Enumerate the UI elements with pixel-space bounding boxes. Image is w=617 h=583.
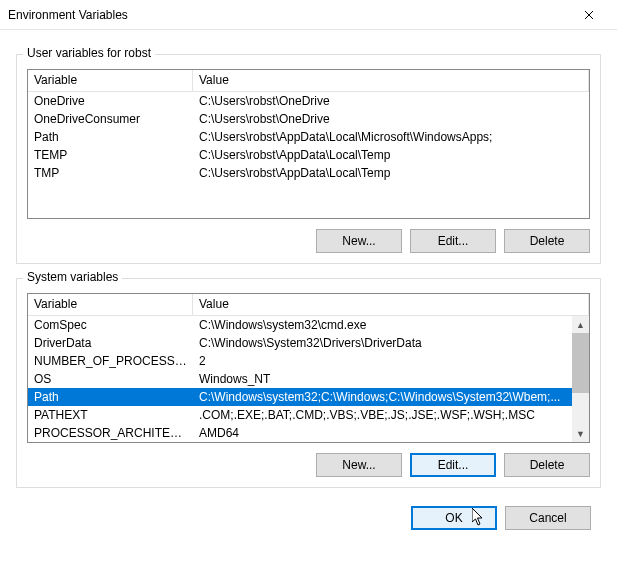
variable-value: .COM;.EXE;.BAT;.CMD;.VBS;.VBE;.JS;.JSE;.… [193,406,589,424]
variable-value: 2 [193,352,589,370]
variable-value: C:\Users\robst\OneDrive [193,92,589,110]
table-row[interactable]: TEMPC:\Users\robst\AppData\Local\Temp [28,146,589,164]
variable-name: OS [28,370,193,388]
variable-name: DriverData [28,334,193,352]
variable-value: C:\Users\robst\AppData\Local\Temp [193,164,589,182]
variable-value: C:\Windows\system32\cmd.exe [193,316,589,334]
scroll-up-icon[interactable]: ▲ [572,316,589,333]
scrollbar[interactable]: ▲ ▼ [572,316,589,442]
system-delete-button[interactable]: Delete [504,453,590,477]
variable-name: NUMBER_OF_PROCESSORS [28,352,193,370]
close-icon[interactable] [569,1,609,29]
system-edit-button[interactable]: Edit... [410,453,496,477]
variable-value: C:\Users\robst\AppData\Local\Microsoft\W… [193,128,589,146]
header-variable[interactable]: Variable [28,294,193,315]
variable-value: AMD64 [193,424,589,442]
titlebar: Environment Variables [0,0,617,30]
scroll-thumb[interactable] [572,333,589,393]
header-value[interactable]: Value [193,70,589,91]
table-row[interactable]: OneDriveConsumerC:\Users\robst\OneDrive [28,110,589,128]
variable-name: ComSpec [28,316,193,334]
window-title: Environment Variables [8,8,569,22]
list-header: Variable Value [28,294,589,316]
table-row[interactable]: PathC:\Users\robst\AppData\Local\Microso… [28,128,589,146]
variable-name: TEMP [28,146,193,164]
system-variables-label: System variables [23,270,122,284]
user-new-button[interactable]: New... [316,229,402,253]
table-row[interactable]: OSWindows_NT [28,370,589,388]
variable-name: Path [28,128,193,146]
table-row[interactable]: PathC:\Windows\system32;C:\Windows;C:\Wi… [28,388,589,406]
header-value[interactable]: Value [193,294,589,315]
variable-name: PROCESSOR_ARCHITECTURE [28,424,193,442]
variable-value: C:\Windows\System32\Drivers\DriverData [193,334,589,352]
user-delete-button[interactable]: Delete [504,229,590,253]
table-row[interactable]: TMPC:\Users\robst\AppData\Local\Temp [28,164,589,182]
system-variables-list[interactable]: Variable Value ComSpecC:\Windows\system3… [27,293,590,443]
table-row[interactable]: ComSpecC:\Windows\system32\cmd.exe [28,316,589,334]
variable-value: C:\Users\robst\OneDrive [193,110,589,128]
cancel-button[interactable]: Cancel [505,506,591,530]
variable-name: OneDriveConsumer [28,110,193,128]
variable-name: Path [28,388,193,406]
table-row[interactable]: OneDriveC:\Users\robst\OneDrive [28,92,589,110]
variable-value: C:\Windows\system32;C:\Windows;C:\Window… [193,388,589,406]
user-variables-list[interactable]: Variable Value OneDriveC:\Users\robst\On… [27,69,590,219]
table-row[interactable]: DriverDataC:\Windows\System32\Drivers\Dr… [28,334,589,352]
table-row[interactable]: PATHEXT.COM;.EXE;.BAT;.CMD;.VBS;.VBE;.JS… [28,406,589,424]
system-variables-group: System variables Variable Value ComSpecC… [16,278,601,488]
user-variables-label: User variables for robst [23,46,155,60]
ok-button[interactable]: OK [411,506,497,530]
variable-value: C:\Users\robst\AppData\Local\Temp [193,146,589,164]
variable-name: TMP [28,164,193,182]
table-row[interactable]: PROCESSOR_ARCHITECTUREAMD64 [28,424,589,442]
variable-name: OneDrive [28,92,193,110]
system-new-button[interactable]: New... [316,453,402,477]
user-variables-group: User variables for robst Variable Value … [16,54,601,264]
header-variable[interactable]: Variable [28,70,193,91]
scroll-down-icon[interactable]: ▼ [572,425,589,442]
table-row[interactable]: NUMBER_OF_PROCESSORS2 [28,352,589,370]
variable-name: PATHEXT [28,406,193,424]
variable-value: Windows_NT [193,370,589,388]
user-edit-button[interactable]: Edit... [410,229,496,253]
list-header: Variable Value [28,70,589,92]
